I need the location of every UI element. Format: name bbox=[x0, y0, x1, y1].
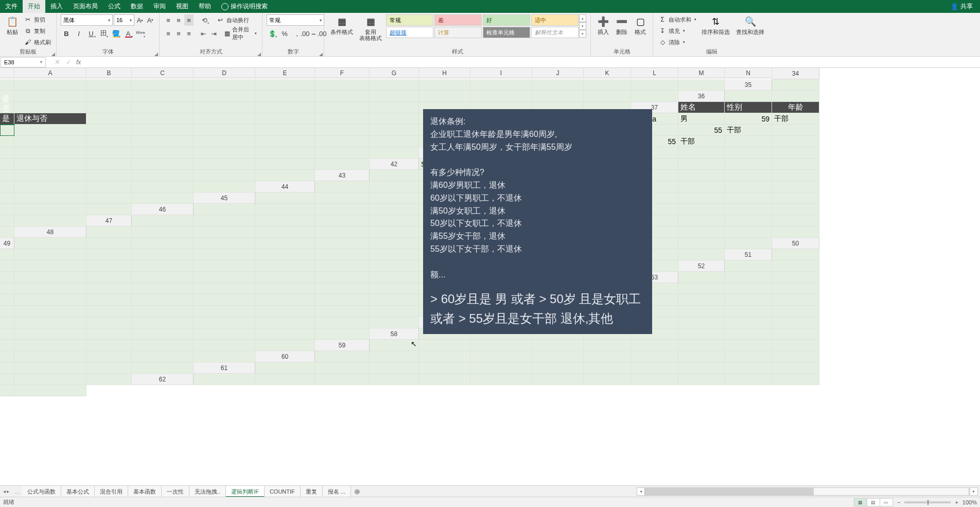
cell-I52[interactable] bbox=[315, 272, 370, 283]
cell-L62[interactable] bbox=[772, 374, 819, 385]
cell-N43[interactable] bbox=[194, 181, 255, 193]
info-textbox[interactable]: 退休条例:企业职工退休年龄是男年满60周岁,女工人年满50周岁，女干部年满55周… bbox=[423, 109, 652, 334]
cell-J55[interactable] bbox=[194, 306, 255, 317]
cell-K35[interactable] bbox=[470, 91, 532, 102]
cell-F38[interactable] bbox=[14, 125, 86, 136]
cell-E56[interactable] bbox=[725, 306, 772, 317]
cell-C60[interactable] bbox=[419, 351, 470, 362]
cell-F41[interactable] bbox=[725, 147, 772, 159]
cell-G52[interactable] bbox=[194, 272, 255, 283]
cell-C46[interactable] bbox=[315, 204, 370, 215]
cell-B47[interactable] bbox=[194, 215, 255, 226]
cell-N42[interactable] bbox=[255, 170, 315, 181]
cell-E55[interactable] bbox=[772, 294, 819, 306]
cell-B60[interactable] bbox=[370, 351, 419, 362]
cell-H35[interactable] bbox=[315, 91, 370, 102]
cell-C39[interactable]: 55 bbox=[678, 125, 725, 136]
cell-M45[interactable] bbox=[14, 204, 86, 215]
cell-A47[interactable] bbox=[132, 215, 194, 226]
cell-F42[interactable] bbox=[678, 159, 725, 170]
cell-N44[interactable] bbox=[132, 193, 194, 204]
cell-E50[interactable] bbox=[194, 249, 255, 260]
cell-D35[interactable] bbox=[86, 91, 132, 102]
cell-I41[interactable] bbox=[14, 159, 86, 170]
column-header-I[interactable]: I bbox=[470, 68, 532, 78]
cell-L61[interactable] bbox=[0, 374, 14, 385]
cell-style-常规[interactable]: 常规 bbox=[386, 14, 433, 26]
menu-tab-文件[interactable]: 文件 bbox=[0, 0, 23, 13]
cell-L48[interactable] bbox=[678, 226, 725, 238]
row-header-36[interactable]: 36 bbox=[678, 91, 725, 102]
column-header-G[interactable]: G bbox=[370, 68, 419, 78]
cell-D47[interactable] bbox=[315, 215, 370, 226]
cell-A59[interactable] bbox=[370, 340, 419, 351]
cell-I43[interactable] bbox=[772, 170, 819, 181]
cell-A62[interactable] bbox=[194, 374, 255, 385]
cell-D54[interactable] bbox=[772, 283, 819, 294]
cell-L39[interactable] bbox=[315, 136, 370, 147]
cell-K44[interactable] bbox=[0, 193, 14, 204]
cell-A45[interactable] bbox=[255, 193, 315, 204]
cell-style-计算[interactable]: 计算 bbox=[434, 27, 482, 38]
cell-style-好[interactable]: 好 bbox=[483, 14, 530, 26]
cell-J37[interactable] bbox=[315, 113, 370, 125]
cell-K60[interactable] bbox=[0, 362, 14, 374]
cell-B48[interactable] bbox=[132, 226, 194, 238]
cell-D46[interactable] bbox=[370, 204, 419, 215]
cell-F37[interactable] bbox=[86, 113, 132, 125]
align-right-button[interactable]: ≡ bbox=[184, 28, 194, 39]
cell-A49[interactable] bbox=[14, 238, 86, 249]
column-header-L[interactable]: L bbox=[631, 68, 678, 78]
cell-H34[interactable] bbox=[370, 79, 419, 91]
cell-N56[interactable] bbox=[370, 317, 419, 328]
sheet-tab-重复[interactable]: 重复 bbox=[301, 486, 323, 497]
cell-E54[interactable] bbox=[0, 294, 14, 306]
cell-F52[interactable] bbox=[132, 272, 194, 283]
tab-nav-next-button[interactable]: ▸ bbox=[7, 488, 9, 494]
cell-B51[interactable] bbox=[0, 260, 14, 272]
cell-M48[interactable] bbox=[725, 226, 772, 238]
cell-L38[interactable] bbox=[370, 125, 419, 136]
insert-cells-button[interactable]: ➕插入 bbox=[595, 14, 611, 36]
cell-J36[interactable] bbox=[370, 102, 419, 113]
cell-J57[interactable] bbox=[86, 328, 132, 340]
cell-E47[interactable] bbox=[370, 215, 419, 226]
cell-I61[interactable] bbox=[678, 362, 725, 374]
cell-E52[interactable] bbox=[86, 272, 132, 283]
cell-A60[interactable] bbox=[315, 351, 370, 362]
cell-E34[interactable] bbox=[194, 79, 255, 91]
menu-tab-视图[interactable]: 视图 bbox=[171, 0, 194, 13]
cell-C34[interactable] bbox=[86, 79, 132, 91]
cell-H39[interactable] bbox=[86, 136, 132, 147]
menu-tab-开始[interactable]: 开始 bbox=[23, 0, 45, 13]
row-header-48[interactable]: 48 bbox=[14, 226, 86, 238]
cell-G36[interactable] bbox=[194, 102, 255, 113]
cell-I56[interactable] bbox=[86, 317, 132, 328]
font-color-button[interactable]: A▾ bbox=[122, 28, 134, 39]
cell-J46[interactable] bbox=[678, 204, 725, 215]
gallery-up-button[interactable]: ▴ bbox=[579, 14, 586, 22]
cell-L55[interactable] bbox=[315, 306, 370, 317]
italic-button[interactable]: I bbox=[73, 28, 84, 39]
row-header-35[interactable]: 35 bbox=[725, 79, 772, 91]
column-header-N[interactable]: N bbox=[725, 68, 772, 78]
cell-C52[interactable] bbox=[0, 272, 14, 283]
cell-C53[interactable] bbox=[772, 272, 819, 283]
cell-F34[interactable] bbox=[255, 79, 315, 91]
cell-F39[interactable] bbox=[0, 136, 14, 147]
cell-H54[interactable] bbox=[132, 294, 194, 306]
row-header-45[interactable]: 45 bbox=[194, 193, 255, 204]
cell-style-适中[interactable]: 适中 bbox=[531, 14, 579, 26]
cell-L47[interactable] bbox=[725, 215, 772, 226]
align-bottom-button[interactable]: ≡ bbox=[184, 14, 194, 26]
cell-M49[interactable] bbox=[678, 238, 725, 249]
row-header-46[interactable]: 46 bbox=[132, 204, 194, 215]
cell-E48[interactable] bbox=[315, 226, 370, 238]
cell-D38[interactable]: 干部 bbox=[772, 113, 819, 125]
scrollbar-thumb[interactable] bbox=[645, 488, 814, 495]
tell-me[interactable]: 操作说明搜索 bbox=[221, 2, 268, 11]
row-header-42[interactable]: 42 bbox=[370, 159, 419, 170]
cell-A36[interactable] bbox=[725, 91, 772, 102]
cell-G37[interactable] bbox=[132, 113, 194, 125]
cell-B54[interactable] bbox=[678, 283, 725, 294]
